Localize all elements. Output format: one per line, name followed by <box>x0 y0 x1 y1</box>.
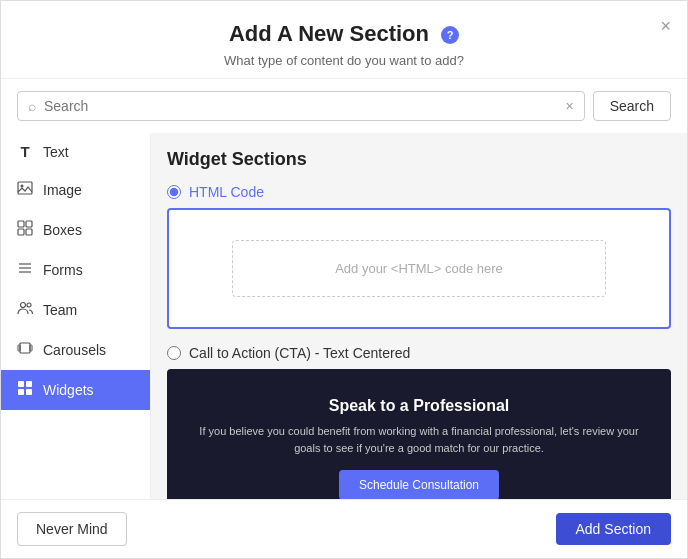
cta-text-label[interactable]: Call to Action (CTA) - Text Centered <box>167 345 671 361</box>
sidebar-item-label: Image <box>43 182 82 198</box>
clear-icon[interactable]: × <box>565 98 573 114</box>
sidebar-item-image[interactable]: Image <box>1 170 150 210</box>
svg-rect-14 <box>18 381 24 387</box>
modal-container: Add A New Section ? What type of content… <box>0 0 688 559</box>
svg-rect-16 <box>18 389 24 395</box>
never-mind-button[interactable]: Never Mind <box>17 512 127 546</box>
html-code-label[interactable]: HTML Code <box>167 184 671 200</box>
html-code-text: HTML Code <box>189 184 264 200</box>
sidebar-item-forms[interactable]: Forms <box>1 250 150 290</box>
help-icon[interactable]: ? <box>441 26 459 44</box>
svg-rect-2 <box>18 221 24 227</box>
search-icon: ⌕ <box>28 98 36 114</box>
sidebar-item-team[interactable]: Team <box>1 290 150 330</box>
section-option-html: HTML Code Add your <HTML> code here <box>167 184 671 329</box>
cta-title: Speak to a Professional <box>187 397 651 415</box>
svg-rect-0 <box>18 182 32 194</box>
svg-point-10 <box>27 303 31 307</box>
modal-title: Add A New Section ? <box>21 21 667 47</box>
close-button[interactable]: × <box>660 17 671 35</box>
svg-rect-11 <box>20 343 30 353</box>
sidebar-item-widgets[interactable]: Widgets <box>1 370 150 410</box>
search-button[interactable]: Search <box>593 91 671 121</box>
svg-rect-4 <box>18 229 24 235</box>
cta-text-radio[interactable] <box>167 346 181 360</box>
sidebar-item-label: Text <box>43 144 69 160</box>
boxes-icon <box>15 220 35 240</box>
search-bar: ⌕ × Search <box>1 79 687 133</box>
svg-rect-17 <box>26 389 32 395</box>
add-section-button[interactable]: Add Section <box>556 513 672 545</box>
cta-subtitle: If you believe you could benefit from wo… <box>187 423 651 456</box>
sidebar: T Text Image <box>1 133 151 499</box>
modal-header: Add A New Section ? What type of content… <box>1 1 687 79</box>
cta-text-label-text: Call to Action (CTA) - Text Centered <box>189 345 410 361</box>
image-icon <box>15 180 35 200</box>
html-code-preview: Add your <HTML> code here <box>167 208 671 329</box>
search-input[interactable] <box>44 98 557 114</box>
search-input-wrapper: ⌕ × <box>17 91 585 121</box>
svg-rect-12 <box>18 345 20 351</box>
modal-body: T Text Image <box>1 133 687 499</box>
cta-text-preview: Speak to a Professional If you believe y… <box>167 369 671 499</box>
svg-rect-13 <box>30 345 32 351</box>
modal-subtitle: What type of content do you want to add? <box>21 53 667 68</box>
sidebar-item-label: Forms <box>43 262 83 278</box>
widget-sections-title: Widget Sections <box>167 149 671 170</box>
text-icon: T <box>15 143 35 160</box>
svg-rect-5 <box>26 229 32 235</box>
svg-rect-3 <box>26 221 32 227</box>
forms-icon <box>15 260 35 280</box>
svg-point-1 <box>21 185 24 188</box>
section-option-cta-text: Call to Action (CTA) - Text Centered Spe… <box>167 345 671 499</box>
cta-schedule-button[interactable]: Schedule Consultation <box>339 470 499 499</box>
sidebar-item-boxes[interactable]: Boxes <box>1 210 150 250</box>
content-area: Widget Sections HTML Code Add your <HTML… <box>151 133 687 499</box>
team-icon <box>15 300 35 320</box>
sidebar-item-label: Boxes <box>43 222 82 238</box>
sidebar-item-text[interactable]: T Text <box>1 133 150 170</box>
widgets-icon <box>15 380 35 400</box>
carousels-icon <box>15 340 35 360</box>
sidebar-item-label: Carousels <box>43 342 106 358</box>
sidebar-item-carousels[interactable]: Carousels <box>1 330 150 370</box>
sidebar-item-label: Team <box>43 302 77 318</box>
sidebar-item-label: Widgets <box>43 382 94 398</box>
svg-rect-15 <box>26 381 32 387</box>
html-code-radio[interactable] <box>167 185 181 199</box>
modal-footer: Never Mind Add Section <box>1 499 687 558</box>
html-placeholder-text: Add your <HTML> code here <box>232 240 606 297</box>
svg-point-9 <box>21 303 26 308</box>
